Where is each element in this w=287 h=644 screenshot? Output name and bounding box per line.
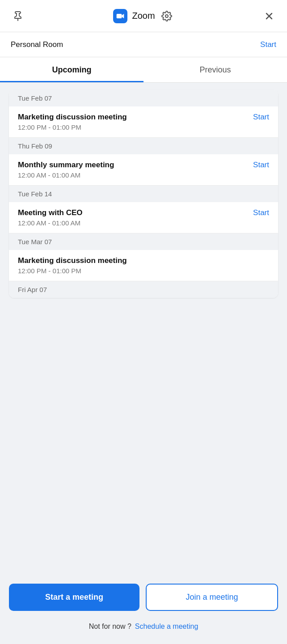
start-meeting-button[interactable]: Start a meeting [9, 584, 139, 611]
meeting-start-btn-2[interactable]: Start [253, 161, 269, 169]
tabs-container: Upcoming Previous [0, 57, 287, 83]
svg-point-2 [165, 15, 168, 17]
meeting-item-1: Marketing discussion meeting Start 12:00… [9, 106, 278, 138]
meeting-item-3: Meeting with CEO Start 12:00 AM - 01:00 … [9, 202, 278, 233]
meeting-row-1: Marketing discussion meeting Start [18, 113, 269, 122]
date-header-5: Fri Apr 07 [9, 281, 278, 298]
meeting-row-3: Meeting with CEO Start [18, 208, 269, 217]
meeting-name-2: Monthly summary meeting [18, 161, 114, 169]
meeting-time-2: 12:00 AM - 01:00 AM [18, 171, 269, 179]
main-content: Tue Feb 07 Marketing discussion meeting … [0, 83, 287, 575]
zoom-title: Zoom [132, 11, 155, 21]
meeting-name-1: Marketing discussion meeting [18, 113, 127, 122]
meeting-row-4: Marketing discussion meeting [18, 256, 269, 265]
meeting-name-3: Meeting with CEO [18, 208, 83, 217]
meeting-name-4: Marketing discussion meeting [18, 256, 127, 265]
meeting-time-3: 12:00 AM - 01:00 AM [18, 219, 269, 227]
date-header-2: Thu Feb 09 [9, 138, 278, 154]
bottom-footer: Not for now ? Schedule a meeting [9, 618, 278, 640]
personal-room-bar: Personal Room Start [0, 32, 287, 57]
meeting-item-4: Marketing discussion meeting 12:00 PM - … [9, 250, 278, 281]
personal-room-label: Personal Room [11, 40, 63, 49]
meeting-row-2: Monthly summary meeting Start [18, 161, 269, 169]
not-for-now-text: Not for now ? [89, 623, 131, 631]
zoom-logo-icon [113, 9, 127, 23]
svg-rect-1 [117, 14, 122, 18]
date-header-4: Tue Mar 07 [9, 233, 278, 250]
meeting-time-1: 12:00 PM - 01:00 PM [18, 123, 269, 131]
bottom-section: Start a meeting Join a meeting Not for n… [0, 575, 287, 644]
personal-room-start-button[interactable]: Start [260, 40, 276, 49]
pin-button[interactable] [11, 9, 25, 23]
date-header-3: Tue Feb 14 [9, 186, 278, 202]
date-header-1: Tue Feb 07 [9, 90, 278, 106]
settings-button[interactable] [160, 9, 174, 23]
header-center: Zoom [113, 9, 173, 23]
meeting-item-2: Monthly summary meeting Start 12:00 AM -… [9, 154, 278, 186]
close-button[interactable] [262, 9, 276, 23]
join-meeting-button[interactable]: Join a meeting [146, 584, 278, 611]
meeting-time-4: 12:00 PM - 01:00 PM [18, 267, 269, 275]
meeting-start-btn-3[interactable]: Start [253, 208, 269, 217]
tab-previous[interactable]: Previous [144, 57, 287, 82]
tab-upcoming[interactable]: Upcoming [0, 57, 144, 82]
meetings-list: Tue Feb 07 Marketing discussion meeting … [9, 90, 278, 298]
schedule-meeting-button[interactable]: Schedule a meeting [135, 623, 198, 631]
action-buttons: Start a meeting Join a meeting [9, 584, 278, 611]
meeting-start-btn-1[interactable]: Start [253, 113, 269, 122]
app-header: Zoom [0, 0, 287, 32]
